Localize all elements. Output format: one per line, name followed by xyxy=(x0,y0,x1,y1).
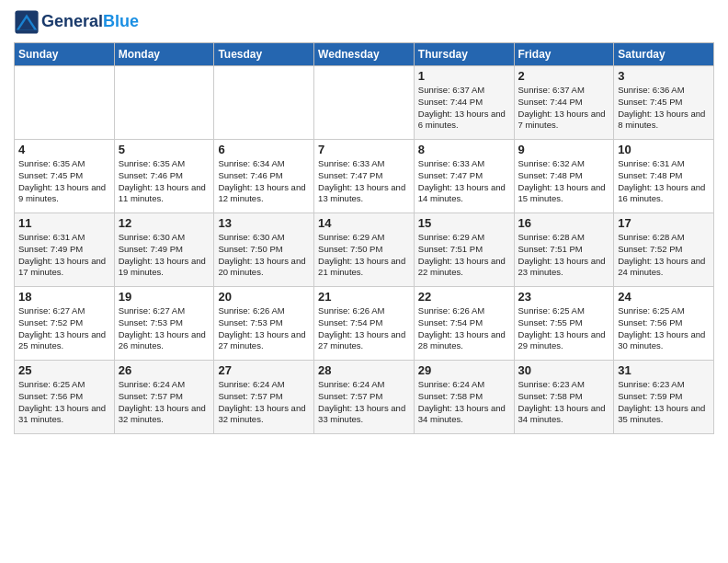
day-cell: 9Sunrise: 6:32 AM Sunset: 7:48 PM Daylig… xyxy=(514,140,614,213)
day-cell: 28Sunrise: 6:24 AM Sunset: 7:57 PM Dayli… xyxy=(314,361,415,434)
day-info: Sunrise: 6:24 AM Sunset: 7:57 PM Dayligh… xyxy=(218,379,310,426)
col-header-friday: Friday xyxy=(514,43,614,66)
day-cell: 5Sunrise: 6:35 AM Sunset: 7:46 PM Daylig… xyxy=(114,140,214,213)
day-number: 7 xyxy=(318,143,410,156)
day-number: 19 xyxy=(119,290,210,304)
col-header-thursday: Thursday xyxy=(414,43,514,66)
day-cell xyxy=(214,66,314,140)
day-info: Sunrise: 6:23 AM Sunset: 7:59 PM Dayligh… xyxy=(618,379,710,426)
day-cell: 13Sunrise: 6:30 AM Sunset: 7:50 PM Dayli… xyxy=(214,213,314,287)
day-number: 6 xyxy=(218,143,310,156)
day-cell: 20Sunrise: 6:26 AM Sunset: 7:53 PM Dayli… xyxy=(214,287,314,361)
day-info: Sunrise: 6:26 AM Sunset: 7:53 PM Dayligh… xyxy=(218,305,310,352)
logo-icon xyxy=(14,9,40,35)
day-number: 29 xyxy=(418,363,510,377)
day-number: 9 xyxy=(518,143,610,156)
day-number: 12 xyxy=(119,216,210,230)
day-cell: 31Sunrise: 6:23 AM Sunset: 7:59 PM Dayli… xyxy=(614,361,714,434)
day-number: 23 xyxy=(518,290,610,304)
day-info: Sunrise: 6:37 AM Sunset: 7:44 PM Dayligh… xyxy=(418,85,510,132)
day-cell: 11Sunrise: 6:31 AM Sunset: 7:49 PM Dayli… xyxy=(15,213,115,287)
day-number: 11 xyxy=(18,216,110,230)
day-cell: 16Sunrise: 6:28 AM Sunset: 7:51 PM Dayli… xyxy=(514,213,614,287)
day-cell xyxy=(114,66,214,140)
day-number: 10 xyxy=(618,143,710,156)
logo-text: GeneralBlue xyxy=(41,13,139,31)
day-info: Sunrise: 6:28 AM Sunset: 7:51 PM Dayligh… xyxy=(518,232,610,279)
day-info: Sunrise: 6:24 AM Sunset: 7:57 PM Dayligh… xyxy=(318,379,410,426)
day-cell: 3Sunrise: 6:36 AM Sunset: 7:45 PM Daylig… xyxy=(614,66,714,140)
day-info: Sunrise: 6:28 AM Sunset: 7:52 PM Dayligh… xyxy=(618,232,710,279)
day-info: Sunrise: 6:30 AM Sunset: 7:49 PM Dayligh… xyxy=(119,232,210,279)
day-number: 28 xyxy=(318,363,410,377)
day-cell: 29Sunrise: 6:24 AM Sunset: 7:58 PM Dayli… xyxy=(414,361,514,434)
day-info: Sunrise: 6:25 AM Sunset: 7:56 PM Dayligh… xyxy=(18,379,110,426)
day-info: Sunrise: 6:35 AM Sunset: 7:46 PM Dayligh… xyxy=(119,158,210,205)
day-info: Sunrise: 6:25 AM Sunset: 7:55 PM Dayligh… xyxy=(518,305,610,352)
day-info: Sunrise: 6:35 AM Sunset: 7:45 PM Dayligh… xyxy=(18,158,110,205)
col-header-saturday: Saturday xyxy=(614,43,714,66)
day-info: Sunrise: 6:29 AM Sunset: 7:50 PM Dayligh… xyxy=(318,232,410,279)
day-info: Sunrise: 6:29 AM Sunset: 7:51 PM Dayligh… xyxy=(418,232,510,279)
day-number: 25 xyxy=(18,363,110,377)
day-number: 3 xyxy=(618,69,710,83)
day-info: Sunrise: 6:27 AM Sunset: 7:53 PM Dayligh… xyxy=(119,305,210,352)
day-number: 18 xyxy=(18,290,110,304)
day-info: Sunrise: 6:34 AM Sunset: 7:46 PM Dayligh… xyxy=(218,158,310,205)
logo: GeneralBlue xyxy=(14,9,139,35)
day-number: 30 xyxy=(518,363,610,377)
day-number: 14 xyxy=(318,216,410,230)
calendar-table: SundayMondayTuesdayWednesdayThursdayFrid… xyxy=(14,42,714,434)
header: GeneralBlue xyxy=(14,9,714,35)
day-cell: 14Sunrise: 6:29 AM Sunset: 7:50 PM Dayli… xyxy=(314,213,415,287)
day-cell: 30Sunrise: 6:23 AM Sunset: 7:58 PM Dayli… xyxy=(514,361,614,434)
day-info: Sunrise: 6:33 AM Sunset: 7:47 PM Dayligh… xyxy=(418,158,510,205)
col-header-wednesday: Wednesday xyxy=(314,43,415,66)
day-number: 8 xyxy=(418,143,510,156)
week-row-2: 4Sunrise: 6:35 AM Sunset: 7:45 PM Daylig… xyxy=(15,140,714,213)
page: GeneralBlue SundayMondayTuesdayWednesday… xyxy=(0,0,728,563)
day-cell: 24Sunrise: 6:25 AM Sunset: 7:56 PM Dayli… xyxy=(614,287,714,361)
day-info: Sunrise: 6:37 AM Sunset: 7:44 PM Dayligh… xyxy=(518,85,610,132)
day-info: Sunrise: 6:31 AM Sunset: 7:49 PM Dayligh… xyxy=(18,232,110,279)
week-row-5: 25Sunrise: 6:25 AM Sunset: 7:56 PM Dayli… xyxy=(15,361,714,434)
day-cell xyxy=(314,66,415,140)
day-cell: 1Sunrise: 6:37 AM Sunset: 7:44 PM Daylig… xyxy=(414,66,514,140)
day-number: 5 xyxy=(119,143,210,156)
day-number: 21 xyxy=(318,290,410,304)
day-number: 17 xyxy=(618,216,710,230)
day-number: 24 xyxy=(618,290,710,304)
day-cell: 25Sunrise: 6:25 AM Sunset: 7:56 PM Dayli… xyxy=(15,361,115,434)
day-cell: 7Sunrise: 6:33 AM Sunset: 7:47 PM Daylig… xyxy=(314,140,415,213)
day-info: Sunrise: 6:24 AM Sunset: 7:57 PM Dayligh… xyxy=(119,379,210,426)
day-number: 15 xyxy=(418,216,510,230)
day-number: 20 xyxy=(218,290,310,304)
day-cell: 27Sunrise: 6:24 AM Sunset: 7:57 PM Dayli… xyxy=(214,361,314,434)
day-number: 31 xyxy=(618,363,710,377)
day-info: Sunrise: 6:23 AM Sunset: 7:58 PM Dayligh… xyxy=(518,379,610,426)
day-number: 27 xyxy=(218,363,310,377)
day-cell: 18Sunrise: 6:27 AM Sunset: 7:52 PM Dayli… xyxy=(15,287,115,361)
day-info: Sunrise: 6:26 AM Sunset: 7:54 PM Dayligh… xyxy=(418,305,510,352)
day-number: 26 xyxy=(119,363,210,377)
day-cell: 22Sunrise: 6:26 AM Sunset: 7:54 PM Dayli… xyxy=(414,287,514,361)
day-info: Sunrise: 6:26 AM Sunset: 7:54 PM Dayligh… xyxy=(318,305,410,352)
day-number: 22 xyxy=(418,290,510,304)
day-info: Sunrise: 6:32 AM Sunset: 7:48 PM Dayligh… xyxy=(518,158,610,205)
col-header-sunday: Sunday xyxy=(15,43,115,66)
day-cell: 15Sunrise: 6:29 AM Sunset: 7:51 PM Dayli… xyxy=(414,213,514,287)
day-number: 1 xyxy=(418,69,510,83)
day-number: 2 xyxy=(518,69,610,83)
day-info: Sunrise: 6:30 AM Sunset: 7:50 PM Dayligh… xyxy=(218,232,310,279)
day-info: Sunrise: 6:36 AM Sunset: 7:45 PM Dayligh… xyxy=(618,85,710,132)
day-cell: 6Sunrise: 6:34 AM Sunset: 7:46 PM Daylig… xyxy=(214,140,314,213)
week-row-4: 18Sunrise: 6:27 AM Sunset: 7:52 PM Dayli… xyxy=(15,287,714,361)
day-cell: 17Sunrise: 6:28 AM Sunset: 7:52 PM Dayli… xyxy=(614,213,714,287)
day-number: 13 xyxy=(218,216,310,230)
day-info: Sunrise: 6:31 AM Sunset: 7:48 PM Dayligh… xyxy=(618,158,710,205)
day-cell: 8Sunrise: 6:33 AM Sunset: 7:47 PM Daylig… xyxy=(414,140,514,213)
day-cell: 12Sunrise: 6:30 AM Sunset: 7:49 PM Dayli… xyxy=(114,213,214,287)
day-number: 4 xyxy=(18,143,110,156)
col-header-tuesday: Tuesday xyxy=(214,43,314,66)
day-number: 16 xyxy=(518,216,610,230)
